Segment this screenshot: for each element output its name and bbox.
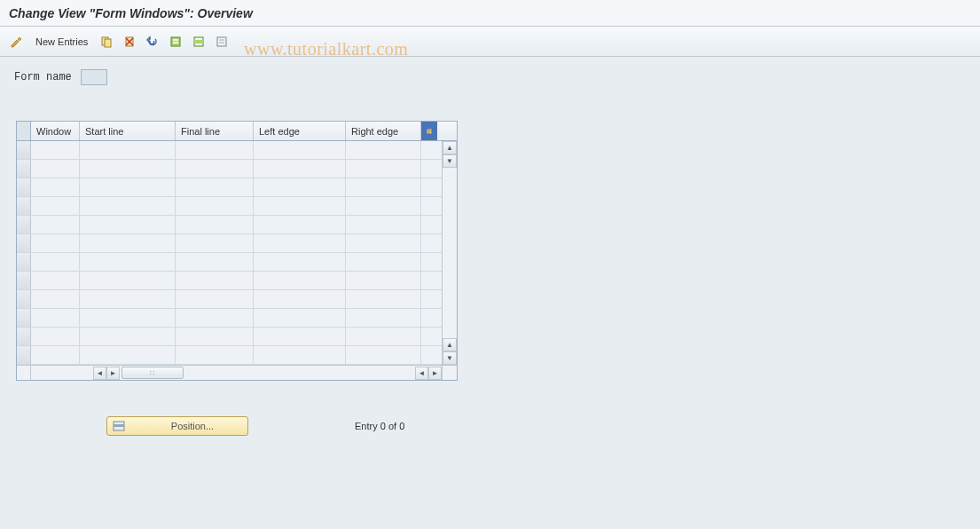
cell-right-edge[interactable] [346, 253, 421, 271]
cell-window[interactable] [31, 346, 80, 364]
cell-start-line[interactable] [80, 328, 176, 345]
cell-left-edge[interactable] [254, 160, 346, 178]
cell-final-line[interactable] [176, 197, 254, 215]
cell-window[interactable] [31, 234, 80, 252]
cell-final-line[interactable] [176, 216, 254, 233]
cell-final-line[interactable] [176, 328, 254, 345]
table-row[interactable] [17, 346, 442, 365]
cell-start-line[interactable] [80, 234, 176, 252]
table-row[interactable] [17, 160, 442, 178]
cell-start-line[interactable] [80, 160, 176, 178]
table-row[interactable] [17, 178, 442, 197]
row-selector[interactable] [17, 178, 31, 196]
cell-window[interactable] [31, 197, 80, 215]
row-selector[interactable] [17, 272, 31, 289]
column-final-line[interactable]: Final line [176, 122, 254, 140]
scroll-up-small-icon[interactable]: ▲ [443, 338, 457, 351]
cell-start-line[interactable] [80, 141, 176, 159]
scroll-left-small-icon[interactable]: ◄ [415, 367, 428, 380]
cell-left-edge[interactable] [254, 216, 346, 233]
cell-window[interactable] [31, 253, 80, 271]
cell-final-line[interactable] [176, 346, 254, 364]
cell-start-line[interactable] [80, 290, 176, 308]
cell-start-line[interactable] [80, 178, 176, 196]
cell-right-edge[interactable] [346, 178, 421, 196]
undo-icon[interactable] [143, 32, 162, 51]
toggle-display-change-icon[interactable] [7, 32, 27, 51]
cell-left-edge[interactable] [254, 309, 346, 327]
horizontal-scrollbar[interactable]: ◄ ► ∷ ◄ ► [17, 365, 457, 380]
row-selector[interactable] [17, 309, 31, 327]
cell-right-edge[interactable] [346, 272, 421, 289]
table-row[interactable] [17, 216, 442, 234]
scroll-down-small-icon[interactable]: ▼ [443, 154, 457, 168]
row-selector[interactable] [17, 197, 31, 215]
scroll-down-icon[interactable]: ▼ [443, 351, 457, 365]
delete-icon[interactable] [120, 32, 139, 51]
column-window[interactable]: Window [31, 122, 80, 140]
table-config-icon[interactable] [421, 122, 437, 140]
cell-final-line[interactable] [176, 309, 254, 327]
cell-start-line[interactable] [80, 253, 176, 271]
table-row[interactable] [17, 234, 442, 253]
cell-left-edge[interactable] [254, 178, 346, 196]
row-selector[interactable] [17, 216, 31, 233]
cell-start-line[interactable] [80, 346, 176, 364]
cell-final-line[interactable] [176, 272, 254, 289]
cell-left-edge[interactable] [254, 141, 346, 159]
cell-right-edge[interactable] [346, 197, 421, 215]
cell-start-line[interactable] [80, 309, 176, 327]
row-selector[interactable] [17, 328, 31, 345]
column-selector[interactable] [17, 122, 31, 140]
copy-icon[interactable] [97, 32, 116, 51]
table-row[interactable] [17, 328, 442, 346]
cell-window[interactable] [31, 309, 80, 327]
table-row[interactable] [17, 197, 442, 216]
cell-left-edge[interactable] [254, 346, 346, 364]
hscroll-thumb[interactable]: ∷ [122, 367, 184, 379]
cell-left-edge[interactable] [254, 197, 346, 215]
position-button[interactable]: Position... [106, 416, 248, 436]
deselect-all-icon[interactable] [212, 32, 231, 51]
cell-window[interactable] [31, 328, 80, 345]
cell-final-line[interactable] [176, 290, 254, 308]
row-selector[interactable] [17, 290, 31, 308]
cell-right-edge[interactable] [346, 328, 421, 345]
cell-left-edge[interactable] [254, 328, 346, 345]
cell-window[interactable] [31, 272, 80, 289]
cell-right-edge[interactable] [346, 346, 421, 364]
select-block-icon[interactable] [189, 32, 208, 51]
row-selector[interactable] [17, 141, 31, 159]
form-name-input[interactable] [81, 69, 107, 85]
row-selector[interactable] [17, 234, 31, 252]
cell-right-edge[interactable] [346, 216, 421, 233]
cell-window[interactable] [31, 141, 80, 159]
vertical-scrollbar[interactable]: ▲ ▼ ▲ ▼ [442, 141, 457, 365]
cell-left-edge[interactable] [254, 234, 346, 252]
row-selector[interactable] [17, 160, 31, 178]
cell-start-line[interactable] [80, 272, 176, 289]
cell-window[interactable] [31, 216, 80, 233]
cell-window[interactable] [31, 290, 80, 308]
cell-final-line[interactable] [176, 141, 254, 159]
table-row[interactable] [17, 290, 442, 309]
table-row[interactable] [17, 253, 442, 272]
cell-final-line[interactable] [176, 253, 254, 271]
cell-left-edge[interactable] [254, 253, 346, 271]
cell-right-edge[interactable] [346, 290, 421, 308]
column-left-edge[interactable]: Left edge [254, 122, 346, 140]
cell-right-edge[interactable] [346, 234, 421, 252]
scroll-right-icon[interactable]: ► [428, 367, 442, 380]
new-entries-button[interactable]: New Entries [30, 32, 93, 51]
cell-left-edge[interactable] [254, 272, 346, 289]
scroll-up-icon[interactable]: ▲ [443, 141, 457, 154]
column-right-edge[interactable]: Right edge [346, 122, 421, 140]
cell-start-line[interactable] [80, 216, 176, 233]
cell-window[interactable] [31, 178, 80, 196]
cell-right-edge[interactable] [346, 309, 421, 327]
cell-right-edge[interactable] [346, 160, 421, 178]
cell-right-edge[interactable] [346, 141, 421, 159]
row-selector[interactable] [17, 346, 31, 364]
cell-final-line[interactable] [176, 178, 254, 196]
cell-final-line[interactable] [176, 234, 254, 252]
